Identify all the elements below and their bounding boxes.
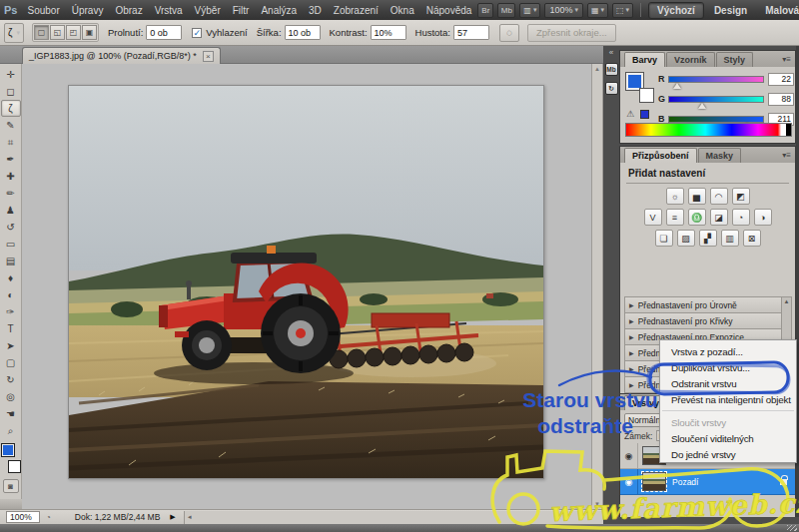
threshold-icon[interactable]: ▞ xyxy=(699,230,717,247)
color-balance-icon[interactable]: ♎ xyxy=(688,209,706,226)
colors-tab[interactable]: Vzorník xyxy=(666,52,715,67)
workspace-button[interactable]: Malování xyxy=(757,2,799,19)
canvas-area[interactable] xyxy=(22,64,591,509)
width-input[interactable]: 10 ob xyxy=(285,25,321,40)
zoom-tool[interactable]: ⌕ xyxy=(1,422,21,439)
foreground-background-swatches[interactable] xyxy=(626,73,656,103)
photo-filter-icon[interactable]: ◔ xyxy=(732,209,750,226)
close-tab-icon[interactable]: × xyxy=(203,51,214,62)
layer-row[interactable]: ◉Pozadí xyxy=(620,469,795,495)
context-menu-item[interactable]: Převést na inteligentní objekt xyxy=(660,391,796,407)
gamut-color-swatch[interactable] xyxy=(640,110,649,119)
selective-color-icon[interactable]: ⊠ xyxy=(743,230,761,247)
quick-mask-icon[interactable]: ◙ xyxy=(3,479,19,493)
invert-icon[interactable]: ❏ xyxy=(655,230,673,247)
healing-brush-tool[interactable]: ✚ xyxy=(1,168,21,185)
gradient-map-icon[interactable]: ▥ xyxy=(721,230,739,247)
channel-value[interactable]: 22 xyxy=(768,73,794,86)
layer-visibility-toggle[interactable]: ◉ xyxy=(620,443,638,469)
gradient-tool[interactable]: ▤ xyxy=(1,253,21,269)
context-menu-item[interactable]: Odstranit vrstvu xyxy=(660,375,796,391)
scroll-up-icon[interactable]: ▲ xyxy=(594,66,600,72)
exposure-icon[interactable]: ◩ xyxy=(732,188,750,205)
curves-icon[interactable]: ◠ xyxy=(710,188,728,205)
context-menu-item[interactable]: Sloučení viditelných xyxy=(660,430,796,446)
horizontal-scrollbar[interactable]: ◄ xyxy=(184,511,603,524)
photoshop-logo[interactable]: Ps xyxy=(4,2,17,18)
refine-edge-button[interactable]: Zpřesnit okraje... xyxy=(527,24,616,42)
type-tool[interactable]: T xyxy=(1,320,21,337)
channel-value[interactable]: 88 xyxy=(768,93,794,106)
hue-saturation-icon[interactable]: ≡ xyxy=(666,209,684,226)
crop-tool[interactable]: ⌗ xyxy=(1,134,21,151)
mini-bridge-icon[interactable]: Mb xyxy=(497,3,515,18)
levels-icon[interactable]: ▅ xyxy=(688,188,706,205)
layer-visibility-toggle[interactable]: ◉ xyxy=(620,469,638,495)
frequency-input[interactable]: 57 xyxy=(453,25,489,40)
scroll-up-icon[interactable]: ▲ xyxy=(784,298,790,304)
tool-preset-picker[interactable]: ζ ▾ xyxy=(4,23,24,43)
menubar-item[interactable]: Obraz xyxy=(109,2,148,19)
colors-tab[interactable]: Barvy xyxy=(624,52,665,67)
document-tab[interactable]: _IGP1883.jpg @ 100% (Pozadí,RGB/8*) * × xyxy=(22,47,221,64)
background-color-swatch[interactable] xyxy=(8,460,21,473)
channel-b-slider[interactable] xyxy=(668,116,764,123)
channel-mixer-icon[interactable]: ◑ xyxy=(754,209,772,226)
path-selection-tool[interactable]: ➤ xyxy=(1,337,21,354)
posterize-icon[interactable]: ▨ xyxy=(677,230,695,247)
scroll-left-icon[interactable]: ◄ xyxy=(187,514,193,520)
gamut-warning-icon[interactable]: ⚠ xyxy=(626,109,634,119)
quick-selection-tool[interactable]: ✎ xyxy=(1,117,21,134)
pen-tool[interactable]: ✑ xyxy=(1,303,21,320)
bridge-icon[interactable]: Br xyxy=(477,3,493,18)
photo-canvas-image[interactable] xyxy=(68,85,544,479)
panel-menu-icon[interactable]: ▾≡ xyxy=(782,55,791,64)
feather-input[interactable]: 0 ob xyxy=(146,25,182,40)
move-tool[interactable]: ✛ xyxy=(1,66,21,83)
channel-g-slider[interactable] xyxy=(668,96,764,103)
mini-bridge-panel-icon[interactable]: Mb xyxy=(605,63,618,76)
panel-menu-icon[interactable]: ▾≡ xyxy=(782,151,791,160)
color-spectrum-ramp[interactable] xyxy=(625,123,792,137)
lasso-tool[interactable]: ζ xyxy=(1,100,21,117)
arrange-documents-icon[interactable]: ▦▾ xyxy=(587,3,608,18)
menubar-item[interactable]: Úpravy xyxy=(66,2,110,19)
history-brush-tool[interactable]: ↺ xyxy=(1,219,21,236)
eyedropper-tool[interactable]: ✒ xyxy=(1,151,21,168)
menubar-item[interactable]: Zobrazení xyxy=(328,2,385,19)
vertical-scrollbar[interactable]: ▲ ▼ xyxy=(591,64,603,509)
context-menu-item[interactable]: Vrstva z pozadí... xyxy=(660,343,796,359)
clone-stamp-tool[interactable]: ♟ xyxy=(1,202,21,219)
slider-thumb-icon[interactable] xyxy=(673,83,681,89)
hand-tool[interactable]: ☚ xyxy=(1,405,21,422)
eraser-tool[interactable]: ▭ xyxy=(1,236,21,253)
subtract-selection-icon[interactable]: ◰ xyxy=(66,25,81,40)
context-menu-item[interactable]: Do jedné vrstvy xyxy=(660,446,796,462)
status-zoom-input[interactable]: 100% xyxy=(6,511,40,523)
vibrance-icon[interactable]: V xyxy=(644,209,662,226)
shape-tool[interactable]: ▢ xyxy=(1,354,21,371)
blur-tool[interactable]: ♦ xyxy=(1,269,21,286)
menubar-item[interactable]: Nápověda xyxy=(420,2,478,19)
new-selection-icon[interactable]: ▢ xyxy=(34,25,49,40)
brush-tool[interactable]: ✏ xyxy=(1,185,21,202)
marquee-tool[interactable]: ◻ xyxy=(1,83,21,100)
preset-item[interactable]: Přednastavení pro Úrovně xyxy=(624,296,784,313)
dodge-tool[interactable]: ◐ xyxy=(1,286,21,303)
screen-mode-icon[interactable]: ⬚▾ xyxy=(612,3,633,18)
menubar-item[interactable]: Analýza xyxy=(255,2,303,19)
zoom-level-dropdown[interactable]: 100%▾ xyxy=(544,3,583,18)
contrast-input[interactable]: 10% xyxy=(371,25,406,40)
3d-orbit-tool[interactable]: ◎ xyxy=(1,388,21,405)
status-options-arrow-icon[interactable]: ▶ xyxy=(170,513,175,521)
history-panel-icon[interactable]: ↻ xyxy=(605,82,618,95)
adjustments-tab[interactable]: Přizpůsobení xyxy=(624,148,697,163)
expand-dock-icon[interactable]: « xyxy=(609,48,613,57)
window-resize-grip[interactable] xyxy=(787,525,797,531)
context-menu-item[interactable]: Duplikovat vrstvu... xyxy=(660,359,796,375)
workspace-button[interactable]: Design xyxy=(706,2,755,19)
scroll-down-icon[interactable]: ▼ xyxy=(594,501,600,507)
antialias-checkbox[interactable]: ✓ xyxy=(192,28,202,38)
layer-thumbnail[interactable] xyxy=(642,472,666,491)
slider-thumb-icon[interactable] xyxy=(698,103,706,109)
